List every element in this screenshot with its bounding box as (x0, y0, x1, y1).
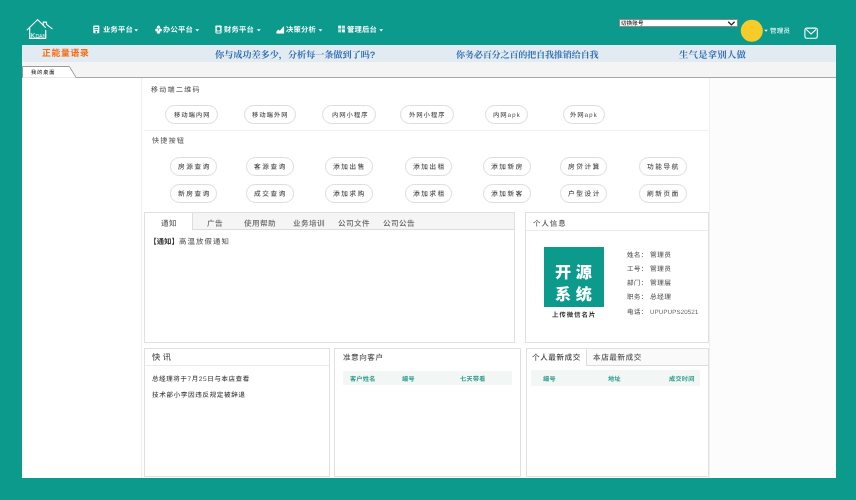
svg-text:DAN: DAN (36, 33, 47, 39)
